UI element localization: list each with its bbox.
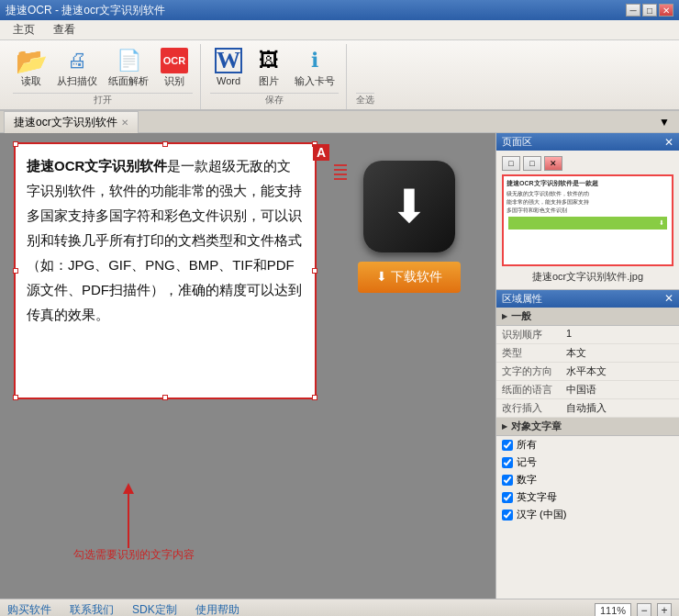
card-label: 输入卡号 bbox=[295, 75, 335, 87]
text-chars-section-title: ▸ 对象文字章 bbox=[496, 418, 679, 436]
ocr-text-box: A 捷速OCR文字识别软件是一款超级无敌的文字识别软件，软件的功能非常的强大，能… bbox=[14, 142, 317, 399]
page-area-close[interactable]: ✕ bbox=[664, 136, 673, 149]
checkbox-symbol-label: 记号 bbox=[517, 455, 537, 469]
ocr-label: 识别 bbox=[164, 75, 184, 87]
info-icon: ℹ bbox=[311, 49, 318, 73]
page-parse-button[interactable]: 📄 纸面解析 bbox=[105, 44, 152, 89]
content-pane: A 捷速OCR文字识别软件是一款超级无敌的文字识别软件，软件的功能非常的强大，能… bbox=[0, 133, 495, 599]
properties-title: 区域属性 bbox=[502, 292, 542, 306]
read-icon: 📂 bbox=[16, 46, 48, 76]
ribbon: 📂 读取 🖨 从扫描仪 📄 纸面解析 bbox=[0, 40, 679, 111]
zoom-out-button[interactable]: − bbox=[637, 603, 651, 616]
handle-br[interactable] bbox=[312, 395, 317, 400]
menu-bar: 主页 查看 bbox=[0, 20, 679, 40]
download-icon: ⬇ bbox=[390, 180, 429, 233]
ribbon-group-selectall: 全选 bbox=[349, 89, 382, 109]
scan-button[interactable]: 🖨 从扫描仪 bbox=[53, 44, 101, 89]
thumb-btn-2[interactable]: □ bbox=[523, 156, 541, 171]
handle-tl[interactable] bbox=[13, 141, 18, 147]
text-align-icon bbox=[334, 144, 347, 180]
checkbox-number: 数字 bbox=[496, 471, 679, 488]
checkbox-all-input[interactable] bbox=[502, 440, 513, 451]
prop-order: 识别顺序 1 bbox=[496, 326, 679, 344]
properties-panel: 区域属性 ✕ ▸ 一般 识别顺序 1 类型 本文 文字的方向 水平本文 纸面的语… bbox=[496, 290, 679, 599]
handle-lm[interactable] bbox=[13, 268, 18, 274]
close-button[interactable]: ✕ bbox=[659, 4, 673, 17]
page-area-title: 页面区 bbox=[502, 135, 532, 149]
status-link-buy[interactable]: 购买软件 bbox=[7, 602, 51, 616]
checkbox-english-label: 英文字母 bbox=[517, 490, 557, 504]
document-tab[interactable]: 捷速ocr文字识别软件 ✕ bbox=[4, 111, 139, 133]
save-group-label: 保存 bbox=[210, 93, 339, 109]
app-icon-area: ⬇ ⬇ 下载软件 bbox=[358, 161, 461, 293]
status-link-contact[interactable]: 联系我们 bbox=[70, 602, 114, 616]
read-label: 读取 bbox=[21, 75, 41, 87]
handle-tm[interactable] bbox=[162, 141, 168, 147]
zoom-display: 111% bbox=[595, 603, 631, 616]
menu-item-home[interactable]: 主页 bbox=[4, 20, 44, 39]
status-link-help[interactable]: 使用帮助 bbox=[195, 602, 239, 616]
red-a-button[interactable]: A bbox=[313, 144, 329, 161]
thumbnail-controls: □ □ ✕ bbox=[502, 156, 673, 171]
ocr-text-rest: 是一款超级无敌的文字识别软件，软件的功能非常的强大，能支持多国家支持多国字符和彩… bbox=[27, 158, 302, 322]
page-area-header: 页面区 ✕ bbox=[496, 133, 679, 151]
properties-close[interactable]: ✕ bbox=[664, 292, 673, 306]
checkbox-symbol-input[interactable] bbox=[502, 457, 513, 468]
tab-dropdown-button[interactable]: ▼ bbox=[653, 116, 675, 129]
annotation-text: 勾选需要识别的文字内容 bbox=[73, 547, 195, 563]
thumbnail-label: 捷速ocr文字识别软件.jpg bbox=[502, 270, 673, 284]
prop-type: 类型 本文 bbox=[496, 344, 679, 363]
selectall-group-label: 全选 bbox=[356, 93, 374, 109]
tab-close-button[interactable]: ✕ bbox=[121, 118, 128, 128]
menu-item-view[interactable]: 查看 bbox=[44, 20, 84, 39]
image-button[interactable]: 🖼 图片 bbox=[250, 44, 287, 89]
checkbox-number-input[interactable] bbox=[502, 475, 513, 486]
app-icon: ⬇ bbox=[363, 161, 455, 252]
thumbnail-image: 捷速OCR文字识别软件是一款超 级无敌的文字识别软件，软件的功 能非常的强大，能… bbox=[502, 174, 673, 266]
status-link-sdk[interactable]: SDK定制 bbox=[132, 602, 177, 616]
card-button[interactable]: ℹ 输入卡号 bbox=[291, 44, 339, 89]
ribbon-group-save: W Word 🖼 图片 ℹ 输入卡号 保存 bbox=[203, 44, 347, 109]
prop-insert: 改行插入 自动插入 bbox=[496, 399, 679, 418]
minimize-button[interactable]: ─ bbox=[626, 4, 640, 17]
word-button[interactable]: W Word bbox=[210, 44, 247, 89]
word-label: Word bbox=[217, 75, 240, 87]
handle-bl[interactable] bbox=[13, 395, 18, 400]
scan-icon: 🖨 bbox=[67, 49, 87, 73]
annotation-arrow bbox=[101, 479, 156, 553]
window-title: 捷速OCR - 捷速ocr文字识别软件 bbox=[6, 3, 165, 18]
prop-direction: 文字的方向 水平本文 bbox=[496, 363, 679, 381]
ocr-text-bold: 捷速OCR文字识别软件 bbox=[27, 158, 167, 174]
scan-label: 从扫描仪 bbox=[57, 75, 97, 87]
download-button[interactable]: ⬇ 下载软件 bbox=[358, 262, 461, 293]
page-label: 纸面解析 bbox=[108, 75, 149, 87]
properties-header: 区域属性 ✕ bbox=[496, 290, 679, 308]
general-section-title: ▸ 一般 bbox=[496, 308, 679, 326]
prop-language: 纸面的语言 中国语 bbox=[496, 381, 679, 399]
handle-bm[interactable] bbox=[162, 395, 168, 400]
status-bar: 购买软件 联系我们 SDK定制 使用帮助 111% − + bbox=[0, 599, 679, 616]
checkbox-symbol: 记号 bbox=[496, 454, 679, 471]
checkbox-chinese: 汉字 (中国) bbox=[496, 506, 679, 523]
checkbox-chinese-input[interactable] bbox=[502, 510, 513, 521]
title-bar: 捷速OCR - 捷速ocr文字识别软件 ─ □ ✕ bbox=[0, 0, 679, 20]
status-right: 111% − + bbox=[595, 603, 672, 616]
arrow-annotation: 勾选需要识别的文字内容 bbox=[101, 479, 156, 553]
read-button[interactable]: 📂 读取 bbox=[13, 44, 50, 89]
checkbox-english-input[interactable] bbox=[502, 492, 513, 503]
ocr-button[interactable]: OCR 识别 bbox=[156, 44, 193, 89]
maximize-button[interactable]: □ bbox=[642, 4, 657, 17]
handle-rm[interactable] bbox=[312, 268, 317, 274]
thumb-delete-btn[interactable]: ✕ bbox=[544, 156, 562, 171]
checkbox-all-label: 所有 bbox=[517, 438, 537, 452]
title-bar-buttons: ─ □ ✕ bbox=[626, 4, 673, 17]
checkbox-chinese-label: 汉字 (中国) bbox=[517, 508, 566, 521]
right-panel: 页面区 ✕ □ □ ✕ 捷速OCR文字识别软件是一款超 级无敌的文字识别软件，软… bbox=[495, 133, 679, 599]
thumb-btn-1[interactable]: □ bbox=[502, 156, 520, 171]
open-group-label: 打开 bbox=[13, 93, 193, 109]
ocr-icon: OCR bbox=[161, 48, 188, 73]
tab-label: 捷速ocr文字识别软件 bbox=[14, 115, 117, 130]
zoom-in-button[interactable]: + bbox=[657, 603, 672, 616]
image-icon: 🖼 bbox=[259, 49, 279, 73]
thumbnail-area: □ □ ✕ 捷速OCR文字识别软件是一款超 级无敌的文字识别软件，软件的功 能非… bbox=[496, 151, 679, 290]
